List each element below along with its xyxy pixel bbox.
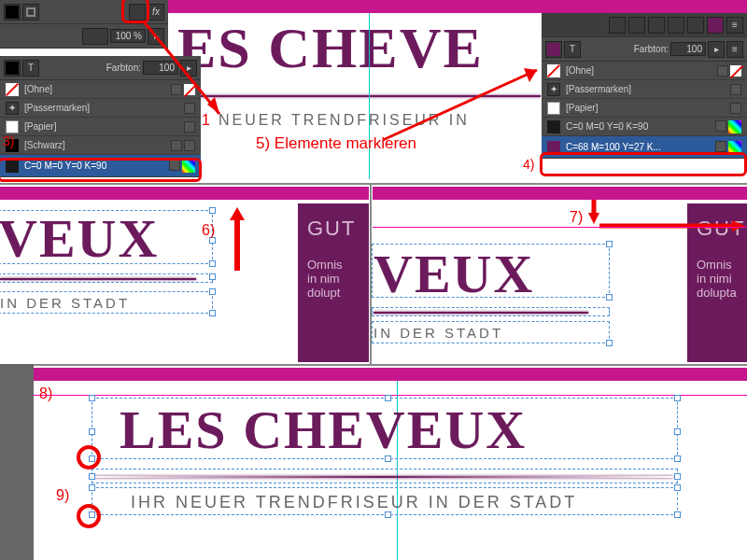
tint-arrow-icon[interactable]: ▸ <box>708 41 725 58</box>
swatch-row-k90[interactable]: C=0 M=0 Y=0 K=90 <box>542 118 747 136</box>
opacity-arrow-icon[interactable]: ▸ <box>148 28 164 45</box>
divider-h2 <box>0 364 747 366</box>
selection-mid-left[interactable] <box>0 210 213 264</box>
subheading-top: NEUER TRENDFRISEUR IN <box>218 112 470 129</box>
fx-icon[interactable]: fx <box>148 4 164 21</box>
selection-sub-bottom[interactable] <box>92 487 678 515</box>
annotation-5: 5) Elemente markieren <box>256 134 416 153</box>
text-fill-icon[interactable]: T <box>564 41 581 58</box>
selection-sub-right[interactable] <box>372 321 610 343</box>
swatch-row-paper[interactable]: [Papier] <box>542 99 747 118</box>
selection-mid-right[interactable] <box>372 244 610 298</box>
swatches-panel-left[interactable]: T Farbton: ▸ [Ohne] ✦[Passermarken] [Pap… <box>0 56 201 177</box>
annotation-4: 4) <box>523 157 534 172</box>
tint-label: Farbton: <box>634 44 669 54</box>
stroke-icon[interactable] <box>22 4 39 21</box>
tab-icon[interactable] <box>609 17 626 34</box>
svg-marker-3 <box>524 68 537 82</box>
swatch-row-none[interactable]: [Ohne] <box>542 62 747 80</box>
gradient-icon[interactable] <box>129 4 146 21</box>
annotation-9: 9) <box>56 487 69 504</box>
panel-menu-icon[interactable]: ≡ <box>726 41 743 58</box>
guide-pink-right <box>373 227 747 228</box>
swatch-row-selected-right[interactable]: C=68 M=100 Y=27 K... <box>542 136 747 159</box>
cmyk-icon <box>182 160 195 173</box>
swatches-panel-right[interactable]: ≡ T Farbton: ▸ ≡ [Ohne] ✦[Passermarken] … <box>542 13 747 159</box>
subheading-top-num: 1 <box>202 112 213 129</box>
opacity-input[interactable] <box>110 29 146 43</box>
menu-icon[interactable]: ≡ <box>726 17 743 34</box>
swatch-row-registration[interactable]: ✦[Passermarken] <box>0 99 201 118</box>
divider-mid <box>370 185 372 364</box>
fill-toggle-icon[interactable] <box>4 60 21 77</box>
doc-mid-bar-l <box>0 187 369 200</box>
divider-h1 <box>0 183 747 185</box>
tab-icon[interactable] <box>628 17 645 34</box>
selection-sub-left[interactable] <box>0 291 213 314</box>
selection-rule-bottom[interactable] <box>92 469 678 483</box>
svg-marker-5 <box>230 207 245 220</box>
tab-icon[interactable] <box>707 17 724 34</box>
selection-rule-left[interactable] <box>0 273 213 283</box>
arrow-6-up <box>228 207 247 273</box>
tint-input-right[interactable] <box>670 42 706 56</box>
svg-marker-7 <box>588 213 599 224</box>
fill-stroke-icon[interactable] <box>4 4 21 21</box>
swatch-row-paper[interactable]: [Papier] <box>0 118 201 136</box>
text-fill-icon[interactable]: T <box>22 60 39 77</box>
selection-heading-bottom[interactable] <box>92 398 678 459</box>
swatch-row-selected-left[interactable]: C=0 M=0 Y=0 K=90 <box>0 155 201 177</box>
lock-icon <box>171 84 182 95</box>
swatch-row-black[interactable]: [Schwarz] <box>0 136 201 155</box>
heading-top: ES CHEVE <box>177 15 484 81</box>
swatch-row-registration[interactable]: ✦[Passermarken] <box>542 80 747 99</box>
fill-toggle-icon[interactable] <box>545 41 562 58</box>
pasteboard <box>0 364 34 560</box>
tint-input-left[interactable] <box>143 61 178 75</box>
annotation-8: 8) <box>39 385 52 402</box>
guide-cyan-top <box>369 13 370 179</box>
tab-icon[interactable] <box>648 17 665 34</box>
selection-rule-right[interactable] <box>372 307 610 316</box>
registration-icon: ✦ <box>6 102 19 115</box>
tint-arrow-icon[interactable]: ▸ <box>180 60 197 77</box>
rule-top <box>173 95 541 97</box>
annotation-7: 7) <box>570 209 583 226</box>
swatch-row-none[interactable]: [Ohne] <box>0 80 201 99</box>
tint-label: Farbton: <box>106 63 141 73</box>
tab-icon[interactable] <box>668 17 684 34</box>
doc-mid-bar-r <box>373 187 747 200</box>
tab-icon[interactable] <box>687 17 704 34</box>
opacity-icon[interactable] <box>82 28 108 45</box>
panel-effects[interactable]: fx ▸ <box>0 0 168 49</box>
doc-bottom-bar <box>34 368 747 381</box>
purple-block-left: GUT Omnis in nim dolupt <box>298 203 369 362</box>
